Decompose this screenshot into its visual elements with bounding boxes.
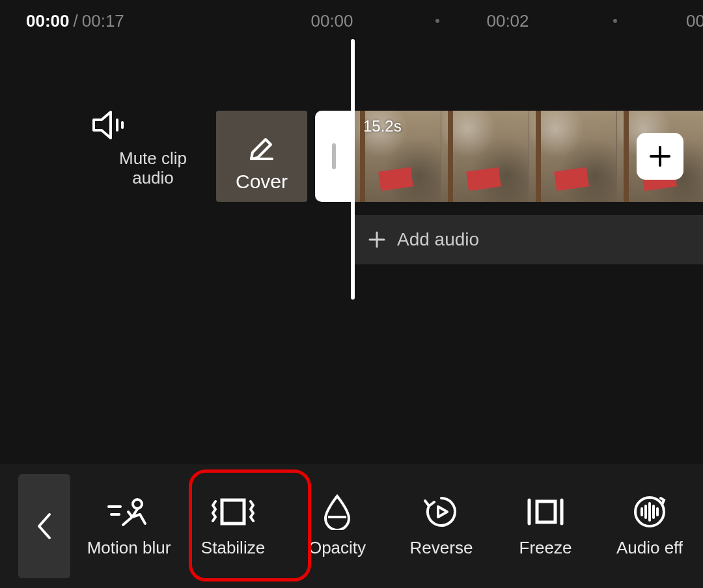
motion-blur-icon [106, 495, 152, 529]
tool-label: Reverse [410, 538, 473, 558]
ruler-dot-1 [435, 19, 439, 23]
time-current: 00:00 [26, 11, 70, 31]
svg-rect-13 [537, 501, 555, 522]
timeline-ruler[interactable]: 00:00 00:02 00 [260, 8, 703, 34]
chevron-left-icon [35, 512, 53, 540]
reverse-icon [424, 495, 459, 529]
opacity-icon [322, 495, 353, 529]
add-clip-button[interactable] [637, 133, 683, 180]
ruler-dot-3 [613, 19, 617, 23]
bottom-toolbar: Motion blur Stabilize [0, 464, 703, 588]
tool-audio-effects[interactable]: Audio eff [598, 481, 702, 572]
tool-stabilize[interactable]: Stabilize [181, 481, 285, 572]
video-clip[interactable]: 15.2s [353, 111, 703, 202]
time-separator: / [74, 11, 78, 31]
video-clip-track: 15.2s [315, 111, 703, 202]
ruler-mark-4: 00 [686, 11, 703, 31]
mute-clip-audio-button[interactable]: Mute clip audio [91, 111, 215, 188]
clip-duration: 15.2s [363, 117, 402, 135]
svg-marker-11 [438, 507, 447, 517]
tool-motion-blur[interactable]: Motion blur [77, 481, 181, 572]
mute-label: Mute clip audio [91, 148, 215, 188]
tool-label: Motion blur [87, 538, 171, 558]
tool-label: Freeze [519, 538, 572, 558]
svg-rect-9 [222, 500, 244, 524]
ruler-mark-2: 00:02 [486, 11, 529, 31]
back-button[interactable] [18, 474, 70, 578]
plus-icon [648, 145, 672, 168]
plus-icon [368, 231, 385, 248]
cover-label: Cover [216, 171, 307, 193]
clip-left-handle[interactable] [315, 111, 353, 202]
tool-label: Stabilize [201, 538, 265, 558]
cover-button[interactable]: Cover [216, 111, 307, 202]
ruler-mark-0: 00:00 [310, 11, 353, 31]
edit-icon [246, 133, 277, 161]
stabilize-icon [212, 495, 255, 529]
tool-reverse[interactable]: Reverse [389, 481, 493, 572]
audio-effects-icon [632, 495, 667, 529]
playhead[interactable] [351, 39, 355, 300]
svg-point-6 [133, 499, 142, 509]
time-total: 00:17 [82, 11, 124, 31]
tool-label: Opacity [309, 538, 366, 558]
tool-label: Audio eff [616, 538, 683, 558]
editor-root: 00:00 / 00:17 00:00 00:02 00 Mute clip a… [0, 0, 703, 588]
tool-freeze[interactable]: Freeze [493, 481, 598, 572]
add-audio-label: Add audio [397, 229, 479, 250]
freeze-icon [527, 495, 564, 529]
tool-opacity[interactable]: Opacity [285, 481, 389, 572]
add-audio-button[interactable]: Add audio [353, 215, 703, 264]
speaker-icon [91, 111, 126, 139]
